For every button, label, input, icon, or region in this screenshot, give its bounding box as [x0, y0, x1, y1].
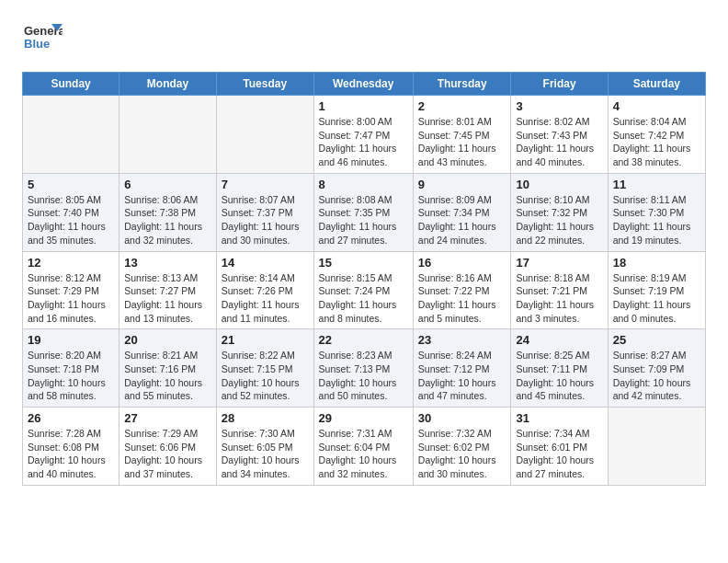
- cell-day-number: 26: [28, 411, 114, 425]
- cell-info-text: Sunrise: 8:10 AM Sunset: 7:32 PM Dayligh…: [516, 193, 602, 247]
- calendar-cell: 22Sunrise: 8:23 AM Sunset: 7:13 PM Dayli…: [313, 329, 413, 408]
- calendar-cell: 10Sunrise: 8:10 AM Sunset: 7:32 PM Dayli…: [511, 173, 608, 251]
- cell-info-text: Sunrise: 7:30 AM Sunset: 6:05 PM Dayligh…: [222, 427, 309, 481]
- cell-day-number: 13: [124, 256, 211, 270]
- calendar-cell: 26Sunrise: 7:28 AM Sunset: 6:08 PM Dayli…: [23, 408, 119, 486]
- cell-info-text: Sunrise: 8:09 AM Sunset: 7:34 PM Dayligh…: [418, 193, 506, 247]
- calendar-cell: 16Sunrise: 8:16 AM Sunset: 7:22 PM Dayli…: [413, 251, 511, 329]
- weekday-header: Friday: [511, 73, 608, 96]
- calendar-cell: 4Sunrise: 8:04 AM Sunset: 7:42 PM Daylig…: [608, 96, 705, 174]
- calendar-cell: 17Sunrise: 8:18 AM Sunset: 7:21 PM Dayli…: [511, 251, 608, 329]
- cell-info-text: Sunrise: 8:16 AM Sunset: 7:22 PM Dayligh…: [418, 271, 506, 326]
- cell-info-text: Sunrise: 7:34 AM Sunset: 6:01 PM Dayligh…: [516, 427, 602, 481]
- weekday-header-row: SundayMondayTuesdayWednesdayThursdayFrid…: [23, 73, 706, 96]
- weekday-header: Tuesday: [216, 73, 313, 96]
- calendar-cell: 27Sunrise: 7:29 AM Sunset: 6:06 PM Dayli…: [119, 408, 217, 486]
- calendar-cell: 25Sunrise: 8:27 AM Sunset: 7:09 PM Dayli…: [608, 329, 705, 408]
- calendar-cell: 1Sunrise: 8:00 AM Sunset: 7:47 PM Daylig…: [313, 96, 413, 174]
- calendar-week-row: 12Sunrise: 8:12 AM Sunset: 7:29 PM Dayli…: [23, 251, 706, 329]
- cell-info-text: Sunrise: 7:28 AM Sunset: 6:08 PM Dayligh…: [28, 427, 114, 481]
- calendar-cell: 11Sunrise: 8:11 AM Sunset: 7:30 PM Dayli…: [608, 173, 705, 251]
- cell-day-number: 27: [124, 411, 211, 425]
- calendar-cell: 2Sunrise: 8:01 AM Sunset: 7:45 PM Daylig…: [413, 96, 511, 174]
- cell-info-text: Sunrise: 8:01 AM Sunset: 7:45 PM Dayligh…: [418, 115, 506, 169]
- cell-info-text: Sunrise: 8:21 AM Sunset: 7:16 PM Dayligh…: [124, 349, 211, 403]
- cell-day-number: 31: [516, 411, 602, 425]
- cell-info-text: Sunrise: 8:06 AM Sunset: 7:38 PM Dayligh…: [124, 193, 211, 247]
- cell-info-text: Sunrise: 8:08 AM Sunset: 7:35 PM Dayligh…: [319, 193, 408, 247]
- cell-info-text: Sunrise: 8:14 AM Sunset: 7:26 PM Dayligh…: [222, 271, 309, 326]
- cell-info-text: Sunrise: 8:07 AM Sunset: 7:37 PM Dayligh…: [222, 193, 309, 247]
- cell-info-text: Sunrise: 8:23 AM Sunset: 7:13 PM Dayligh…: [319, 349, 408, 403]
- calendar-cell: 24Sunrise: 8:25 AM Sunset: 7:11 PM Dayli…: [511, 329, 608, 408]
- cell-info-text: Sunrise: 8:05 AM Sunset: 7:40 PM Dayligh…: [28, 193, 114, 247]
- cell-info-text: Sunrise: 8:25 AM Sunset: 7:11 PM Dayligh…: [516, 349, 602, 403]
- cell-day-number: 15: [319, 256, 408, 270]
- calendar-week-row: 5Sunrise: 8:05 AM Sunset: 7:40 PM Daylig…: [23, 173, 706, 251]
- header: General Blue: [22, 18, 706, 63]
- cell-day-number: 5: [28, 178, 114, 191]
- cell-info-text: Sunrise: 8:02 AM Sunset: 7:43 PM Dayligh…: [516, 115, 602, 169]
- cell-info-text: Sunrise: 8:20 AM Sunset: 7:18 PM Dayligh…: [28, 349, 114, 403]
- logo: General Blue: [22, 18, 63, 63]
- cell-day-number: 24: [516, 333, 602, 347]
- cell-info-text: Sunrise: 8:00 AM Sunset: 7:47 PM Dayligh…: [319, 115, 408, 169]
- calendar-cell: 18Sunrise: 8:19 AM Sunset: 7:19 PM Dayli…: [608, 251, 705, 329]
- cell-day-number: 25: [613, 333, 700, 347]
- cell-day-number: 1: [319, 99, 408, 113]
- calendar-week-row: 19Sunrise: 8:20 AM Sunset: 7:18 PM Dayli…: [23, 329, 706, 408]
- calendar-table: SundayMondayTuesdayWednesdayThursdayFrid…: [22, 72, 706, 486]
- calendar-cell: [216, 96, 313, 174]
- calendar-cell: 21Sunrise: 8:22 AM Sunset: 7:15 PM Dayli…: [216, 329, 313, 408]
- calendar-cell: 29Sunrise: 7:31 AM Sunset: 6:04 PM Dayli…: [313, 408, 413, 486]
- calendar-cell: 6Sunrise: 8:06 AM Sunset: 7:38 PM Daylig…: [119, 173, 217, 251]
- cell-info-text: Sunrise: 8:13 AM Sunset: 7:27 PM Dayligh…: [124, 271, 211, 326]
- calendar-cell: 20Sunrise: 8:21 AM Sunset: 7:16 PM Dayli…: [119, 329, 217, 408]
- cell-info-text: Sunrise: 8:24 AM Sunset: 7:12 PM Dayligh…: [418, 349, 506, 403]
- calendar-cell: 12Sunrise: 8:12 AM Sunset: 7:29 PM Dayli…: [23, 251, 119, 329]
- calendar-week-row: 1Sunrise: 8:00 AM Sunset: 7:47 PM Daylig…: [23, 96, 706, 174]
- cell-day-number: 19: [28, 333, 114, 347]
- cell-day-number: 9: [418, 178, 506, 191]
- cell-day-number: 17: [516, 256, 602, 270]
- calendar-cell: [23, 96, 119, 174]
- cell-day-number: 29: [319, 411, 408, 425]
- calendar-cell: 28Sunrise: 7:30 AM Sunset: 6:05 PM Dayli…: [216, 408, 313, 486]
- weekday-header: Saturday: [608, 73, 705, 96]
- cell-info-text: Sunrise: 8:27 AM Sunset: 7:09 PM Dayligh…: [613, 349, 700, 403]
- cell-info-text: Sunrise: 8:15 AM Sunset: 7:24 PM Dayligh…: [319, 271, 408, 326]
- cell-day-number: 22: [319, 333, 408, 347]
- cell-day-number: 4: [613, 99, 700, 113]
- cell-day-number: 16: [418, 256, 506, 270]
- cell-day-number: 30: [418, 411, 506, 425]
- calendar-cell: [608, 408, 705, 486]
- calendar-cell: 13Sunrise: 8:13 AM Sunset: 7:27 PM Dayli…: [119, 251, 217, 329]
- calendar-cell: 5Sunrise: 8:05 AM Sunset: 7:40 PM Daylig…: [23, 173, 119, 251]
- logo-icon: General Blue: [22, 18, 63, 59]
- cell-info-text: Sunrise: 8:18 AM Sunset: 7:21 PM Dayligh…: [516, 271, 602, 326]
- cell-day-number: 7: [222, 178, 309, 191]
- cell-info-text: Sunrise: 7:32 AM Sunset: 6:02 PM Dayligh…: [418, 427, 506, 481]
- calendar-cell: 9Sunrise: 8:09 AM Sunset: 7:34 PM Daylig…: [413, 173, 511, 251]
- svg-text:Blue: Blue: [24, 37, 50, 51]
- cell-day-number: 3: [516, 99, 602, 113]
- weekday-header: Wednesday: [313, 73, 413, 96]
- cell-info-text: Sunrise: 7:31 AM Sunset: 6:04 PM Dayligh…: [319, 427, 408, 481]
- cell-day-number: 21: [222, 333, 309, 347]
- cell-info-text: Sunrise: 8:04 AM Sunset: 7:42 PM Dayligh…: [613, 115, 700, 169]
- calendar-cell: 3Sunrise: 8:02 AM Sunset: 7:43 PM Daylig…: [511, 96, 608, 174]
- cell-day-number: 20: [124, 333, 211, 347]
- calendar-cell: 30Sunrise: 7:32 AM Sunset: 6:02 PM Dayli…: [413, 408, 511, 486]
- cell-day-number: 6: [124, 178, 211, 191]
- calendar-cell: 31Sunrise: 7:34 AM Sunset: 6:01 PM Dayli…: [511, 408, 608, 486]
- weekday-header: Sunday: [23, 73, 119, 96]
- calendar-cell: 15Sunrise: 8:15 AM Sunset: 7:24 PM Dayli…: [313, 251, 413, 329]
- cell-day-number: 23: [418, 333, 506, 347]
- weekday-header: Thursday: [413, 73, 511, 96]
- calendar-page: General Blue SundayMondayTuesdayWednesda…: [0, 0, 728, 504]
- cell-info-text: Sunrise: 7:29 AM Sunset: 6:06 PM Dayligh…: [124, 427, 211, 481]
- cell-info-text: Sunrise: 8:11 AM Sunset: 7:30 PM Dayligh…: [613, 193, 700, 247]
- calendar-week-row: 26Sunrise: 7:28 AM Sunset: 6:08 PM Dayli…: [23, 408, 706, 486]
- calendar-cell: 23Sunrise: 8:24 AM Sunset: 7:12 PM Dayli…: [413, 329, 511, 408]
- calendar-cell: 8Sunrise: 8:08 AM Sunset: 7:35 PM Daylig…: [313, 173, 413, 251]
